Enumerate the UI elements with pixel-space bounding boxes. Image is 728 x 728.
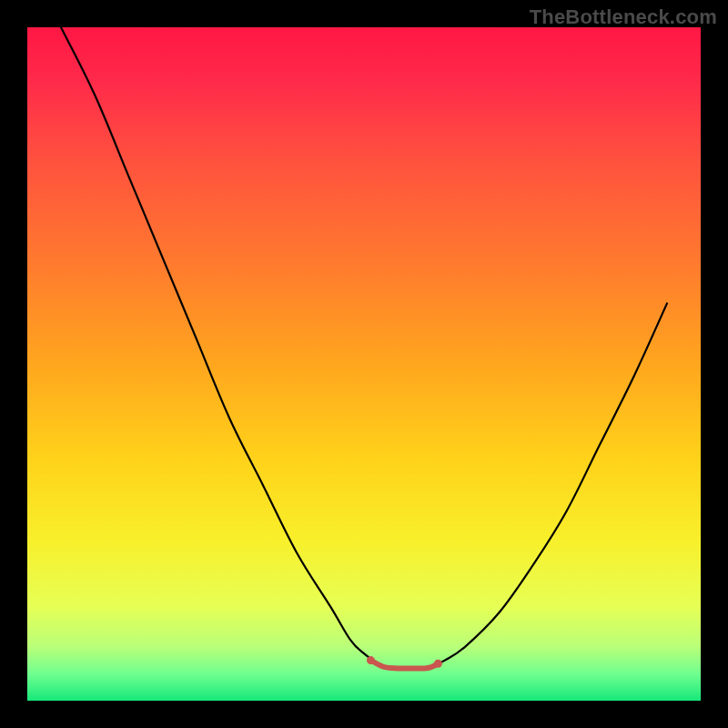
chart-frame: TheBottleneck.com [0,0,728,728]
bottom-segment-endpoint [434,660,442,668]
watermark-text: TheBottleneck.com [530,5,717,29]
bottom-segment-endpoint [367,656,375,664]
plot-background [27,27,701,701]
bottleneck-chart [0,0,728,728]
